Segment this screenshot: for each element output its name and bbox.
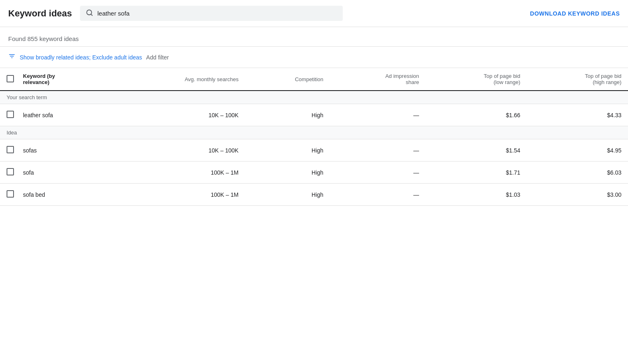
ad-impression-cell: — <box>330 104 426 126</box>
table-row: sofa bed100K – 1MHigh—$1.03$3.00 <box>0 184 628 206</box>
page-title: Keyword ideas <box>8 8 72 19</box>
add-filter[interactable]: Add filter <box>146 54 169 61</box>
filter-icon <box>8 52 16 62</box>
ad-impression-cell: — <box>330 139 426 162</box>
row-checkbox-cell[interactable] <box>0 139 16 162</box>
keyword-table-container: Keyword (byrelevance) Avg. monthly searc… <box>0 68 628 206</box>
bid-high-cell: $6.03 <box>527 162 628 184</box>
header-checkbox-cell[interactable] <box>0 68 16 91</box>
table-row: leather sofa10K – 100KHigh—$1.66$4.33 <box>0 104 628 126</box>
filter-bar: Show broadly related ideas; Exclude adul… <box>0 47 628 68</box>
avg-monthly-cell: 100K – 1M <box>108 162 245 184</box>
header-competition: Competition <box>245 68 330 91</box>
bid-low-cell: $1.03 <box>426 184 527 206</box>
search-bar[interactable] <box>80 6 343 21</box>
svg-line-1 <box>91 14 92 15</box>
avg-monthly-cell: 100K – 1M <box>108 184 245 206</box>
ad-impression-cell: — <box>330 184 426 206</box>
search-icon <box>86 9 93 18</box>
table-header-row: Keyword (byrelevance) Avg. monthly searc… <box>0 68 628 91</box>
row-checkbox-cell[interactable] <box>0 184 16 206</box>
avg-monthly-cell: 10K – 100K <box>108 139 245 162</box>
table-row: sofas10K – 100KHigh—$1.54$4.95 <box>0 139 628 162</box>
bid-high-cell: $3.00 <box>527 184 628 206</box>
download-keyword-ideas-button[interactable]: DOWNLOAD KEYWORD IDEAS <box>530 10 620 17</box>
filter-links[interactable]: Show broadly related ideas; Exclude adul… <box>20 54 142 61</box>
select-all-checkbox[interactable] <box>7 75 14 82</box>
row-checkbox-cell[interactable] <box>0 162 16 184</box>
found-count: Found 855 keyword ideas <box>0 27 628 47</box>
header-ad-impression: Ad impressionshare <box>330 68 426 91</box>
keyword-cell: sofa bed <box>16 184 108 206</box>
bid-low-cell: $1.71 <box>426 162 527 184</box>
row-checkbox[interactable] <box>7 190 14 198</box>
section-row: Your search term <box>0 91 628 104</box>
competition-cell: High <box>245 184 330 206</box>
row-checkbox[interactable] <box>7 168 14 175</box>
keyword-cell: leather sofa <box>16 104 108 126</box>
competition-cell: High <box>245 139 330 162</box>
search-input[interactable] <box>97 10 337 17</box>
header-keyword: Keyword (byrelevance) <box>16 68 108 91</box>
header-avg-monthly: Avg. monthly searches <box>108 68 245 91</box>
header-bid-low: Top of page bid(low range) <box>426 68 527 91</box>
table-row: sofa100K – 1MHigh—$1.71$6.03 <box>0 162 628 184</box>
bid-high-cell: $4.95 <box>527 139 628 162</box>
ad-impression-cell: — <box>330 162 426 184</box>
header: Keyword ideas DOWNLOAD KEYWORD IDEAS <box>0 0 628 27</box>
bid-low-cell: $1.54 <box>426 139 527 162</box>
keyword-cell: sofas <box>16 139 108 162</box>
row-checkbox[interactable] <box>7 111 14 118</box>
bid-low-cell: $1.66 <box>426 104 527 126</box>
row-checkbox-cell[interactable] <box>0 104 16 126</box>
competition-cell: High <box>245 104 330 126</box>
competition-cell: High <box>245 162 330 184</box>
bid-high-cell: $4.33 <box>527 104 628 126</box>
row-checkbox[interactable] <box>7 146 14 153</box>
section-row: Idea <box>0 126 628 139</box>
keyword-table: Keyword (byrelevance) Avg. monthly searc… <box>0 68 628 206</box>
avg-monthly-cell: 10K – 100K <box>108 104 245 126</box>
keyword-cell: sofa <box>16 162 108 184</box>
header-bid-high: Top of page bid(high range) <box>527 68 628 91</box>
